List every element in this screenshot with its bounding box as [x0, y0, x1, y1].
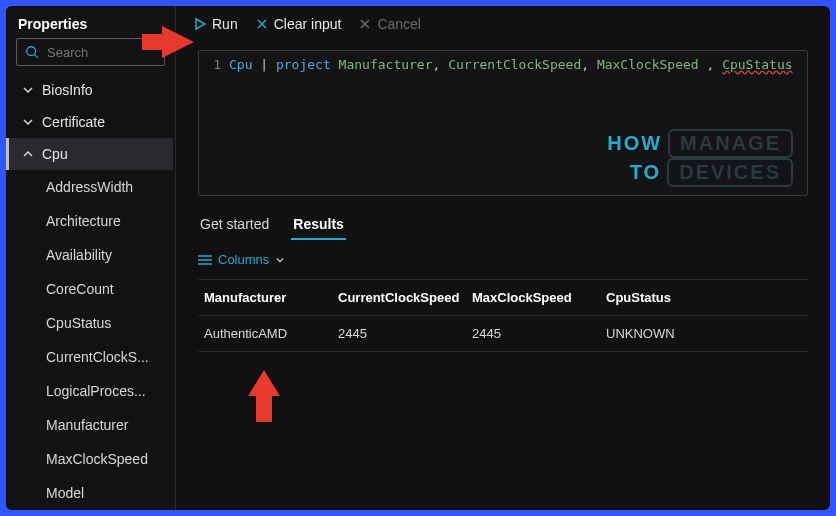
- table-header-row: Manufacturer CurrentClockSpeed MaxClockS…: [198, 280, 808, 316]
- svg-marker-2: [196, 19, 205, 29]
- tree-child-addresswidth[interactable]: AddressWidth: [6, 170, 173, 204]
- cancel-button: Cancel: [359, 16, 421, 32]
- tree-child-cpustatus[interactable]: CpuStatus: [6, 306, 173, 340]
- chevron-down-icon: [275, 255, 285, 265]
- tree-child-manufacturer[interactable]: Manufacturer: [6, 408, 173, 442]
- chevron-up-icon: [22, 148, 34, 160]
- col-header[interactable]: CurrentClockSpeed: [338, 290, 468, 305]
- tree-label: BiosInfo: [42, 82, 93, 98]
- cell: UNKNOWN: [606, 326, 802, 341]
- tree-child-currentclockspeed[interactable]: CurrentClockS...: [6, 340, 173, 374]
- results-table: Manufacturer CurrentClockSpeed MaxClockS…: [198, 279, 808, 352]
- code-content[interactable]: Cpu | project Manufacturer, CurrentClock…: [229, 57, 793, 72]
- svg-point-0: [27, 47, 36, 56]
- tree-child-availability[interactable]: Availability: [6, 238, 173, 272]
- cell: 2445: [472, 326, 602, 341]
- query-toolbar: Run Clear input Cancel: [176, 6, 830, 42]
- run-button[interactable]: Run: [194, 16, 238, 32]
- query-editor[interactable]: 1 Cpu | project Manufacturer, CurrentClo…: [198, 50, 808, 196]
- close-icon: [359, 18, 371, 30]
- tree-group-cpu[interactable]: Cpu: [6, 138, 173, 170]
- clear-input-button[interactable]: Clear input: [256, 16, 342, 32]
- columns-icon: [198, 254, 212, 266]
- line-number: 1: [199, 57, 229, 72]
- tab-results[interactable]: Results: [291, 210, 346, 240]
- chevron-down-icon: [22, 84, 34, 96]
- tree-group-biosinfo[interactable]: BiosInfo: [6, 74, 173, 106]
- tree-child-architecture[interactable]: Architecture: [6, 204, 173, 238]
- tree-child-model[interactable]: Model: [6, 476, 173, 510]
- clear-label: Clear input: [274, 16, 342, 32]
- cell: AuthenticAMD: [204, 326, 334, 341]
- run-label: Run: [212, 16, 238, 32]
- tree-child-corecount[interactable]: CoreCount: [6, 272, 173, 306]
- col-header[interactable]: Manufacturer: [204, 290, 334, 305]
- app-frame: Properties BiosInfo Certificate Cpu Addr…: [6, 6, 830, 510]
- search-input[interactable]: [47, 45, 156, 60]
- search-icon: [25, 45, 39, 59]
- play-icon: [194, 18, 206, 30]
- table-row[interactable]: AuthenticAMD 2445 2445 UNKNOWN: [198, 316, 808, 352]
- cell: 2445: [338, 326, 468, 341]
- tree-label: Cpu: [42, 146, 68, 162]
- col-header[interactable]: MaxClockSpeed: [472, 290, 602, 305]
- tree-label: Certificate: [42, 114, 105, 130]
- close-icon: [256, 18, 268, 30]
- main-area: Run Clear input Cancel 1 Cpu | project M…: [176, 6, 830, 510]
- watermark-logo: HOWMANAGE TODEVICES: [607, 129, 793, 187]
- columns-label: Columns: [218, 252, 269, 267]
- tree-child-logicalprocessors[interactable]: LogicalProces...: [6, 374, 173, 408]
- chevron-down-icon: [22, 116, 34, 128]
- properties-sidebar: Properties BiosInfo Certificate Cpu Addr…: [6, 6, 176, 510]
- property-tree[interactable]: BiosInfo Certificate Cpu AddressWidth Ar…: [6, 74, 175, 510]
- results-tabs: Get started Results: [176, 204, 830, 240]
- code-line: 1 Cpu | project Manufacturer, CurrentClo…: [199, 51, 807, 72]
- col-header[interactable]: CpuStatus: [606, 290, 802, 305]
- tree-group-certificate[interactable]: Certificate: [6, 106, 173, 138]
- tab-get-started[interactable]: Get started: [198, 210, 271, 240]
- svg-line-1: [35, 55, 39, 59]
- search-box[interactable]: [16, 38, 165, 66]
- cancel-label: Cancel: [377, 16, 421, 32]
- sidebar-title: Properties: [6, 6, 175, 38]
- tree-child-maxclockspeed[interactable]: MaxClockSpeed: [6, 442, 173, 476]
- columns-button[interactable]: Columns: [176, 240, 830, 275]
